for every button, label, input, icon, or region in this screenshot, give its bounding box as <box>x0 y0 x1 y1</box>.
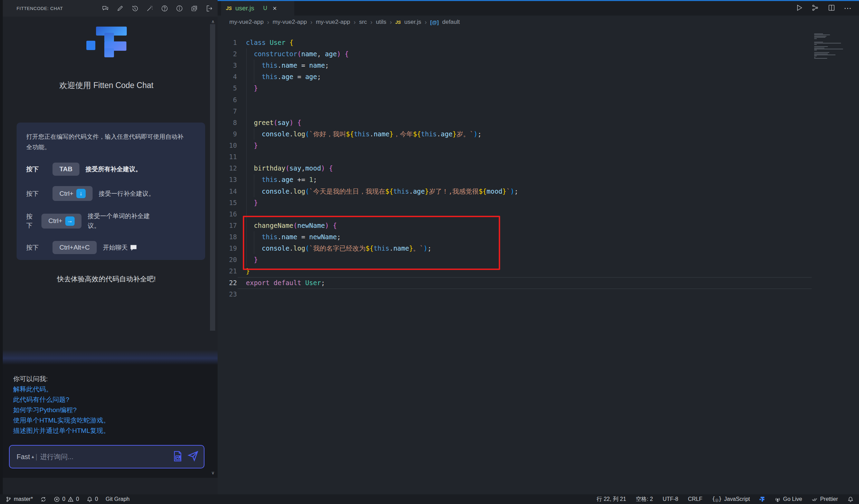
shortcut-prefix: 按下 <box>26 165 46 174</box>
sign-out-icon[interactable] <box>206 5 213 12</box>
git-branch-item[interactable]: master* <box>6 496 33 502</box>
prettier-item[interactable]: Prettier <box>812 496 838 502</box>
attach-image-icon[interactable] <box>173 450 183 463</box>
outro-text: 快去体验高效的代码自动补全吧! <box>3 274 210 284</box>
line-number: 18 <box>218 231 237 243</box>
code-line[interactable]: this.age += 1; <box>246 174 799 185</box>
arrow-down-icon: ↓ <box>76 189 86 198</box>
minimap-line <box>814 33 823 34</box>
caret-up-icon[interactable]: ▲ <box>31 454 35 459</box>
breadcrumb-item[interactable]: src <box>359 19 367 26</box>
model-selector[interactable]: Fast <box>17 453 30 461</box>
shortcut-row-tab: 按下 TAB 接受所有补全建议。 <box>26 163 195 176</box>
go-live-item[interactable]: Go Live <box>775 496 802 502</box>
run-debug-icon[interactable] <box>811 4 819 12</box>
code-line[interactable]: } <box>246 197 799 209</box>
code-line[interactable]: this.age = age; <box>246 71 799 83</box>
minimap-line <box>814 36 827 37</box>
notifications-bell-item[interactable] <box>848 496 853 502</box>
javascript-file-icon: JS <box>395 20 401 25</box>
scroll-up-icon[interactable]: ∧ <box>210 19 216 24</box>
line-number: 17 <box>218 220 237 231</box>
key-label: TAB <box>59 165 73 173</box>
sidebar-scrollbar[interactable] <box>210 24 215 331</box>
code-line[interactable]: export default User; <box>246 277 799 289</box>
input-placeholder[interactable]: 进行询问... <box>40 452 74 462</box>
breadcrumb-item[interactable]: my-vue2-app <box>316 19 350 26</box>
code-line[interactable]: constructor(name, age) { <box>246 48 799 60</box>
breadcrumb-item[interactable]: my-vue2-app <box>273 19 307 26</box>
suggestion-link[interactable]: 使用单个HTML实现贪吃蛇游戏。 <box>13 415 110 426</box>
close-tab-icon[interactable]: × <box>273 4 277 12</box>
breadcrumb-item[interactable]: default <box>442 19 460 26</box>
shortcut-prefix: 按下 <box>26 243 46 252</box>
history-icon[interactable] <box>131 5 139 12</box>
code-line[interactable]: greet(say) { <box>246 117 799 128</box>
line-number: 16 <box>218 209 237 220</box>
double-check-icon <box>812 496 818 502</box>
info-icon[interactable] <box>176 5 183 12</box>
language-mode-item[interactable]: {ⓧ} JavaScript <box>712 496 750 503</box>
tab-user-js[interactable]: JS user.js U × <box>221 1 294 16</box>
line-number: 9 <box>218 128 237 140</box>
prettier-label: Prettier <box>820 496 838 502</box>
suggestion-link[interactable]: 此代码有什么问题? <box>13 395 110 405</box>
clear-all-icon[interactable] <box>191 5 198 12</box>
suggestion-link[interactable]: 描述图片并通过单个HTML复现。 <box>13 426 110 436</box>
broadcast-icon <box>775 496 781 502</box>
git-graph-item[interactable]: Git Graph <box>106 496 130 502</box>
magic-wand-icon[interactable] <box>146 5 153 12</box>
send-icon[interactable] <box>187 450 199 463</box>
suggestion-link[interactable]: 解释此代码。 <box>13 384 110 395</box>
chevron-right-icon: › <box>267 19 269 26</box>
code-line[interactable] <box>246 151 799 163</box>
eol-label: CRLF <box>688 496 703 502</box>
code-line[interactable]: } <box>246 83 799 94</box>
section-divider <box>3 350 218 365</box>
eol-item[interactable]: CRLF <box>688 496 703 502</box>
edit-icon[interactable] <box>116 5 124 12</box>
code-line[interactable] <box>246 289 799 300</box>
panel-header: FITTENCODE: CHAT <box>3 0 218 17</box>
code-line[interactable] <box>246 106 799 117</box>
help-icon[interactable] <box>161 5 168 12</box>
encoding-item[interactable]: UTF-8 <box>662 496 678 502</box>
key-label: Ctrl+Alt+C <box>59 244 90 251</box>
sync-changes-item[interactable] <box>40 496 46 502</box>
fitten-status-item[interactable] <box>760 496 765 502</box>
code-line[interactable]: } <box>246 140 799 151</box>
new-chat-icon[interactable] <box>102 5 109 12</box>
minimap-line <box>814 55 836 55</box>
minimap-line <box>814 46 828 47</box>
minimap-line <box>814 56 817 56</box>
shortcut-desc: 接受所有补全建议。 <box>86 164 142 174</box>
code-line[interactable]: console.log(`今天是我的生日，我现在${this.age}岁了！,我… <box>246 186 799 197</box>
indentation-item[interactable]: 空格: 2 <box>636 496 653 503</box>
breadcrumb-item[interactable]: my-vue2-app <box>229 19 264 26</box>
code-line[interactable]: birthday(say,mood) { <box>246 163 799 174</box>
code-line[interactable]: class User { <box>246 37 799 48</box>
minimap[interactable] <box>814 33 844 60</box>
chat-bubble-icon <box>130 244 137 251</box>
sync-icon <box>40 496 46 502</box>
more-actions-icon[interactable]: ⋯ <box>844 4 851 12</box>
suggestion-link[interactable]: 如何学习Python编程? <box>13 405 110 415</box>
breadcrumb: my-vue2-app › my-vue2-app › my-vue2-app … <box>229 16 460 29</box>
scroll-down-icon[interactable]: ∨ <box>210 470 216 475</box>
breadcrumb-item[interactable]: user.js <box>404 19 421 26</box>
line-number: 15 <box>218 197 237 209</box>
line-number: 7 <box>218 106 237 117</box>
minimap-line <box>814 49 843 49</box>
cursor-position-item[interactable]: 行 22, 列 21 <box>596 496 626 503</box>
code-line[interactable] <box>246 94 799 106</box>
notifications-count-item[interactable]: 0 <box>87 496 98 502</box>
chat-input[interactable]: Fast ▲ | 进行询问... <box>9 445 204 468</box>
split-editor-icon[interactable] <box>828 4 836 12</box>
code-line[interactable]: this.name = name; <box>246 60 799 71</box>
breadcrumb-item[interactable]: utils <box>376 19 386 26</box>
problems-item[interactable]: 0 0 <box>54 496 79 502</box>
minimap-line <box>814 38 817 39</box>
code-line[interactable]: console.log(`你好，我叫${this.name}，今年${this.… <box>246 128 799 140</box>
run-file-icon[interactable] <box>795 4 803 12</box>
tab-filename: user.js <box>235 4 254 12</box>
